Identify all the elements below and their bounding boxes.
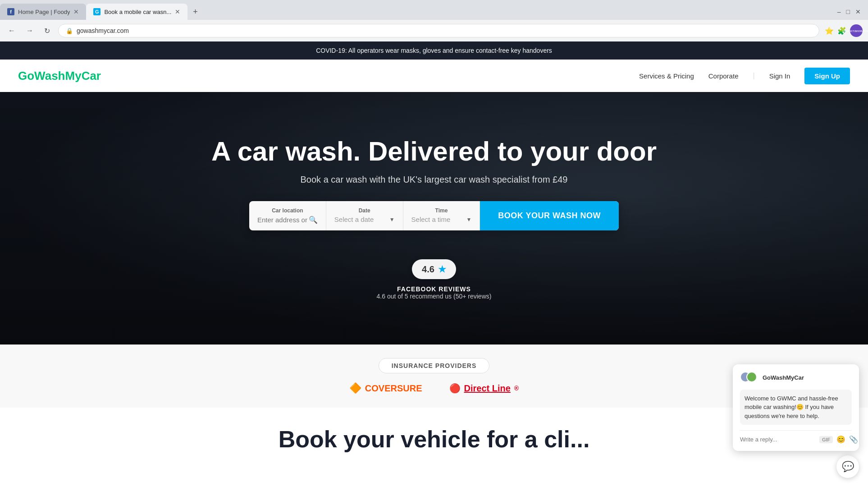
nav-services-pricing[interactable]: Services & Pricing [639, 72, 694, 80]
address-bar-actions: ⭐ 🧩 Приостановлена [825, 24, 863, 37]
coversure-logo: 🔶 COVERSURE [349, 382, 422, 394]
booking-bar: Car location 🔍 Date Select a date ▼ Time [249, 201, 619, 230]
covid-text: COVID-19: All operators wear masks, glov… [316, 47, 552, 54]
directline-trademark: ® [514, 385, 519, 392]
location-field: Car location 🔍 [249, 201, 326, 230]
time-select[interactable]: Select a time [411, 216, 466, 223]
chat-attach-button[interactable]: 📎 [849, 435, 858, 444]
tab-favicon-foody: f [7, 8, 14, 15]
tab-foody[interactable]: f Home Page | Foody ✕ [0, 4, 86, 20]
chat-sender-name: GoWashMyCar [763, 374, 804, 381]
date-field: Date Select a date ▼ [326, 201, 403, 230]
lock-icon: 🔒 [66, 28, 73, 34]
rating-score: 4.6 [422, 264, 434, 275]
chat-header: GoWashMyCar [740, 372, 852, 384]
directline-logo: 🔴 Direct Line ® [449, 383, 519, 394]
nav-corporate[interactable]: Corporate [708, 72, 739, 80]
directline-icon: 🔴 [449, 383, 461, 394]
tab-gowashmycar[interactable]: G Book a mobile car wasn... ✕ [86, 4, 187, 20]
chat-emoji-button[interactable]: 😊 [836, 435, 845, 444]
forward-button[interactable]: → [23, 25, 36, 37]
tab-label-gwmc: Book a mobile car wasn... [104, 9, 171, 15]
directline-text: Direct Line [464, 383, 511, 394]
signup-button[interactable]: Sign Up [804, 68, 850, 84]
rating-badge: 4.6 ★ [412, 259, 456, 279]
chat-gif-button[interactable]: GIF [819, 436, 833, 443]
tab-controls: – □ ✕ [836, 6, 868, 17]
minimize-button[interactable]: – [836, 6, 843, 17]
new-tab-button[interactable]: + [187, 5, 203, 18]
facebook-reviews-subtitle: 4.6 out of 5 recommend us (50+ reviews) [377, 293, 492, 300]
back-button[interactable]: ← [5, 25, 18, 37]
bookmark-icon[interactable]: ⭐ [825, 27, 834, 35]
chat-reply-input[interactable] [740, 436, 816, 443]
date-chevron-icon: ▼ [389, 216, 395, 223]
tab-label-foody: Home Page | Foody [18, 9, 70, 15]
address-bar-row: ← → ↻ 🔒 gowashmycar.com ⭐ 🧩 Приостановле… [0, 20, 868, 41]
time-chevron-icon: ▼ [466, 216, 471, 223]
logo-wash: Wash [34, 69, 65, 83]
rating-section: 4.6 ★ FACEBOOK REVIEWS 4.6 out of 5 reco… [377, 259, 492, 318]
time-label: Time [411, 207, 472, 214]
chat-input-row: GIF 😊 📎 [740, 430, 852, 444]
date-select[interactable]: Select a date [334, 216, 389, 223]
hero-title: A car wash. Delivered to your door [9, 137, 859, 166]
logo-my: My [65, 69, 82, 83]
facebook-reviews: FACEBOOK REVIEWS 4.6 out of 5 recommend … [377, 285, 492, 300]
chat-avatar-2 [746, 372, 757, 382]
logo-go: Go [18, 69, 34, 83]
hero-content: A car wash. Delivered to your door Book … [0, 119, 868, 248]
logo[interactable]: GoWashMyCar [18, 69, 101, 83]
close-button[interactable]: ✕ [854, 6, 863, 17]
facebook-reviews-title: FACEBOOK REVIEWS [377, 285, 492, 293]
hero-subtitle: Book a car wash with the UK's largest ca… [9, 175, 859, 185]
refresh-button[interactable]: ↻ [41, 25, 53, 37]
chat-avatars [740, 372, 758, 384]
chat-widget: GoWashMyCar Welcome to GWMC and hassle-f… [733, 364, 859, 451]
hero-section: A car wash. Delivered to your door Book … [0, 92, 868, 345]
chat-message-bubble: Welcome to GWMC and hassle-free mobile c… [740, 390, 852, 425]
logo-car: Car [82, 69, 101, 83]
signin-button[interactable]: Sign In [769, 72, 790, 80]
insurance-badge: INSURANCE PROVIDERS [379, 358, 490, 373]
address-bar[interactable]: 🔒 gowashmycar.com [58, 24, 819, 37]
coversure-icon: 🔶 [349, 382, 361, 394]
address-text: gowashmycar.com [77, 27, 812, 34]
location-input[interactable] [257, 216, 309, 224]
nav-links: Services & Pricing Corporate | Sign In S… [639, 68, 850, 84]
book-wash-button[interactable]: BOOK YOUR WASH NOW [480, 201, 619, 230]
maximize-button[interactable]: □ [845, 6, 852, 17]
location-label: Car location [257, 207, 318, 214]
tab-favicon-gwmc: G [93, 8, 101, 15]
profile-button[interactable]: Приостановлена [850, 24, 863, 37]
bottom-title: Book your vehicle for a cli... [18, 426, 850, 453]
date-label: Date [334, 207, 395, 214]
coversure-text: COVERSURE [365, 383, 422, 394]
browser-chrome: f Home Page | Foody ✕ G Book a mobile ca… [0, 0, 868, 41]
tab-bar: f Home Page | Foody ✕ G Book a mobile ca… [0, 0, 868, 20]
search-icon: 🔍 [309, 216, 318, 224]
time-field: Time Select a time ▼ [403, 201, 480, 230]
tab-close-gwmc[interactable]: ✕ [175, 8, 180, 15]
star-icon: ★ [438, 264, 446, 275]
navbar: GoWashMyCar Services & Pricing Corporate… [0, 60, 868, 92]
covid-banner: COVID-19: All operators wear masks, glov… [0, 41, 868, 60]
tab-close-foody[interactable]: ✕ [73, 8, 79, 15]
insurance-logos: 🔶 COVERSURE 🔴 Direct Line ® [18, 382, 850, 394]
